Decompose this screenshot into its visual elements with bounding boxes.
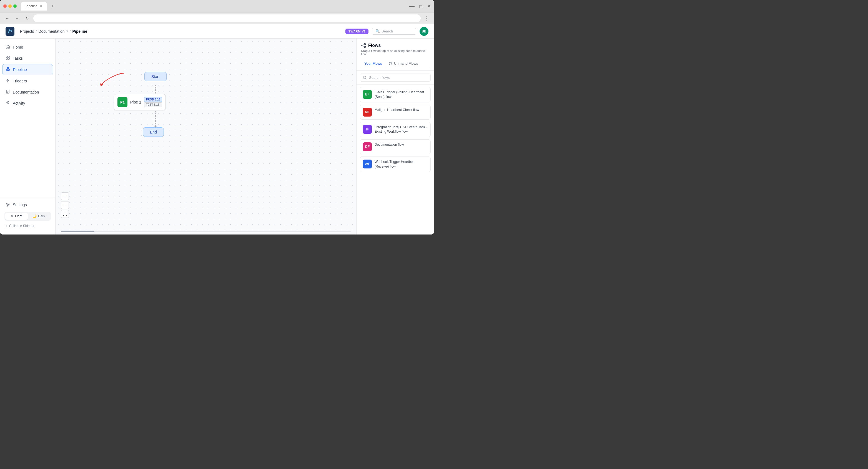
- unmand-icon: [389, 62, 393, 66]
- flow-avatar: MF: [363, 108, 372, 116]
- sidebar-activity-label: Activity: [13, 101, 25, 105]
- node-start[interactable]: Start: [145, 72, 166, 81]
- svg-line-24: [363, 46, 364, 46]
- more-options-button[interactable]: ⋮: [423, 14, 431, 22]
- svg-line-23: [363, 44, 364, 45]
- canvas-scrollbar-thumb: [61, 231, 94, 232]
- sidebar-item-pipeline[interactable]: Pipeline: [2, 64, 53, 75]
- browser-titlebar: Pipeline ✕ + — ◻ ✕: [0, 0, 434, 12]
- sidebar-item-documentation[interactable]: Documentation: [2, 87, 53, 97]
- close-icon[interactable]: ✕: [427, 4, 431, 9]
- address-bar[interactable]: [33, 14, 421, 22]
- browser-toolbar: ← → ↻ ⋮: [0, 12, 434, 24]
- flow-avatar: DF: [363, 142, 372, 151]
- flows-header: Flows Drag a flow on top of an existing …: [356, 39, 434, 71]
- window-controls: [3, 4, 17, 8]
- list-item[interactable]: EF E-Mail Trigger (Polling) Heartbeat (S…: [360, 87, 431, 102]
- breadcrumb-projects[interactable]: Projects: [20, 29, 34, 34]
- sidebar-item-tasks[interactable]: Tasks: [2, 53, 53, 64]
- list-item[interactable]: DF Documentation flow: [360, 139, 431, 154]
- svg-point-25: [389, 62, 392, 65]
- svg-rect-2: [6, 58, 7, 59]
- collapse-sidebar-btn[interactable]: « Collapse Sidebar: [4, 223, 51, 229]
- your-flows-tab[interactable]: Your Flows: [361, 59, 385, 68]
- activity-icon: [5, 100, 10, 106]
- tasks-icon: [5, 56, 10, 61]
- flows-subtitle: Drag a flow on top of an existing node t…: [361, 49, 430, 56]
- list-item[interactable]: IF [Integration Test] UAT Create Task - …: [360, 122, 431, 137]
- refresh-button[interactable]: ↻: [23, 14, 31, 22]
- pipe-icon: P1: [118, 97, 127, 107]
- node-end[interactable]: End: [143, 127, 164, 137]
- collapse-icon: «: [5, 224, 7, 228]
- canvas-controls: + − ⛶: [61, 192, 69, 218]
- svg-point-5: [6, 70, 8, 71]
- flow-avatar: IF: [363, 125, 372, 134]
- documentation-icon: [5, 89, 10, 95]
- sidebar-bottom: Settings ☀ Light 🌙 Dark «: [0, 198, 55, 231]
- node-pipe1[interactable]: P1 Pipe 1 PROD 3.16 TEST 3.16: [114, 94, 166, 110]
- search-text: Search: [381, 29, 393, 33]
- sidebar-home-label: Home: [13, 45, 23, 49]
- flows-title: Flows: [361, 43, 430, 48]
- sidebar: Home Tasks: [0, 39, 56, 234]
- settings-label: Settings: [13, 203, 27, 207]
- sidebar-item-triggers[interactable]: Triggers: [2, 76, 53, 86]
- svg-point-22: [364, 46, 366, 48]
- breadcrumb-sep-2: /: [70, 29, 71, 34]
- back-button[interactable]: ←: [3, 14, 11, 22]
- sidebar-pipeline-label: Pipeline: [13, 67, 27, 72]
- svg-marker-19: [100, 83, 103, 86]
- breadcrumb-documentation[interactable]: Documentation: [38, 29, 64, 34]
- test-badge: TEST 3.16: [144, 102, 162, 107]
- dark-theme-btn[interactable]: 🌙 Dark: [28, 212, 50, 220]
- dropdown-icon[interactable]: ▾: [66, 29, 68, 33]
- sidebar-item-home[interactable]: Home: [2, 42, 53, 53]
- search-bar[interactable]: 🔍 Search: [372, 28, 416, 35]
- connector-svg: [56, 39, 356, 234]
- browser-tab[interactable]: Pipeline ✕: [21, 2, 46, 10]
- sidebar-tasks-label: Tasks: [13, 56, 23, 61]
- new-tab-button[interactable]: +: [49, 2, 57, 10]
- zoom-out-btn[interactable]: −: [61, 201, 69, 209]
- svg-line-27: [366, 78, 367, 79]
- flow-name: Mailgun Heartbeat Check flow: [375, 108, 419, 112]
- list-item[interactable]: MF Mailgun Heartbeat Check flow: [360, 105, 431, 120]
- zoom-in-btn[interactable]: +: [61, 192, 69, 200]
- breadcrumb: Projects / Documentation ▾ / Pipeline: [20, 29, 87, 34]
- unmand-flows-tab[interactable]: Unmand Flows: [385, 59, 422, 68]
- svg-rect-3: [8, 58, 9, 59]
- flows-search-input[interactable]: Search flows: [360, 73, 431, 81]
- minimize-icon[interactable]: —: [409, 3, 414, 9]
- restore-icon[interactable]: ◻: [419, 4, 423, 9]
- search-icon: 🔍: [375, 29, 380, 33]
- search-icon: [363, 76, 367, 80]
- tab-title: Pipeline: [26, 4, 37, 8]
- minimize-window-btn[interactable]: [8, 4, 12, 8]
- sidebar-item-activity[interactable]: Activity: [2, 98, 53, 108]
- forward-button[interactable]: →: [13, 14, 21, 22]
- canvas-scrollbar[interactable]: [61, 231, 351, 232]
- svg-point-13: [7, 102, 8, 103]
- svg-rect-1: [8, 56, 9, 58]
- flows-search: Search flows: [356, 71, 434, 85]
- settings-icon: [5, 203, 10, 207]
- pipeline-icon: [6, 67, 10, 72]
- maximize-window-btn[interactable]: [13, 4, 17, 8]
- settings-item[interactable]: Settings: [4, 200, 51, 209]
- moon-icon: 🌙: [32, 214, 37, 218]
- app-container: Projects / Documentation ▾ / Pipeline SW…: [0, 24, 434, 234]
- close-window-btn[interactable]: [3, 4, 7, 8]
- pipe-label: Pipe 1: [130, 100, 141, 104]
- main-layout: Home Tasks: [0, 39, 434, 234]
- fit-btn[interactable]: ⛶: [61, 210, 69, 218]
- svg-point-14: [7, 204, 9, 206]
- light-theme-btn[interactable]: ☀ Light: [5, 212, 28, 220]
- flow-name: [Integration Test] UAT Create Task - Exi…: [375, 125, 428, 134]
- flows-panel: Flows Drag a flow on top of an existing …: [356, 39, 434, 234]
- list-item[interactable]: WF Webhook Trigger Heartbeat (Receive) f…: [360, 157, 431, 172]
- avatar: BB: [420, 27, 429, 36]
- flow-avatar: EF: [363, 90, 372, 99]
- flow-avatar: WF: [363, 160, 372, 168]
- flow-name: E-Mail Trigger (Polling) Heartbeat (Send…: [375, 90, 428, 99]
